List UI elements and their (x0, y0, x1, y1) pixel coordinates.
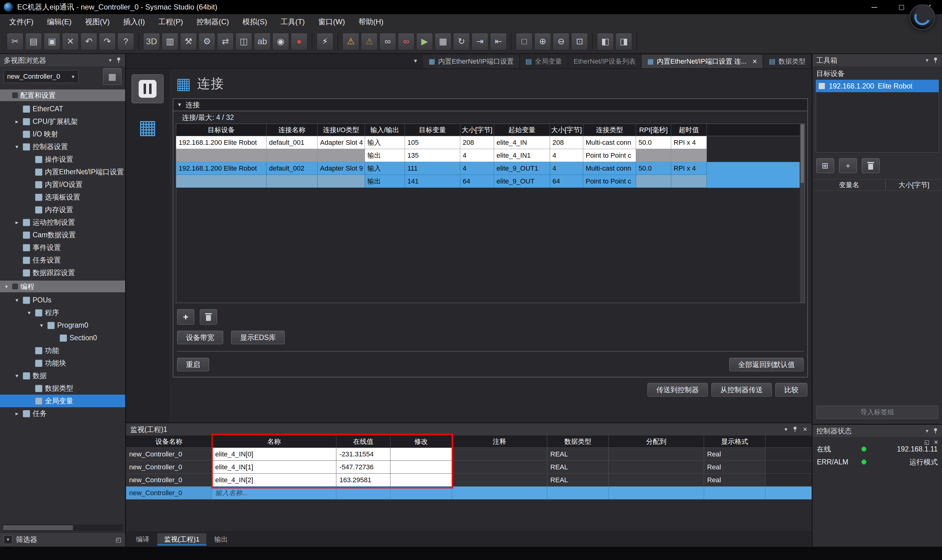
tree-expand-arrow[interactable]: ▼ (38, 323, 45, 328)
watch-column-header[interactable]: 分配到 (609, 435, 704, 448)
record-icon[interactable]: ● (291, 33, 308, 50)
variable-size-column-header[interactable]: 大小[字节] (886, 180, 942, 190)
tree-item-pous[interactable]: ▼ POUs (0, 294, 125, 306)
tree-expand-arrow[interactable]: ▼ (26, 310, 32, 315)
connection-row[interactable]: 192.168.1.200 Elite Robot default_001 Ad… (176, 136, 805, 149)
watch-cell-name[interactable]: elite_4_IN[2] (212, 474, 336, 486)
cell-origin-variable[interactable]: elite_9_OUT (494, 175, 550, 188)
connection-column-header[interactable]: RPI[毫秒] (636, 124, 671, 136)
cell-target-variable[interactable]: 111 (405, 162, 460, 175)
transfer-to-controller-button[interactable]: 传送到控制器 (648, 383, 708, 397)
cell-rpi[interactable]: 50.0 (636, 136, 671, 149)
warning-icon[interactable]: ⚠ (342, 33, 359, 50)
watch-row[interactable]: new_Controller_0 elite_4_IN[0] -231.3155… (126, 448, 812, 461)
tree-expand-arrow[interactable]: ▼ (14, 297, 20, 303)
watch-cell-modify[interactable] (391, 448, 452, 461)
menu-item[interactable]: 文件(F) (3, 14, 40, 29)
tab-close-icon[interactable]: ✕ (752, 58, 757, 65)
tree-item-option-board[interactable]: 选项板设置 (0, 191, 125, 203)
tree-item-event-settings[interactable]: 事件设置 (0, 241, 125, 254)
sync-icon[interactable]: ↻ (453, 33, 470, 50)
tree-item-builtin-ethernet-ip-port[interactable]: 内置EtherNet/IP端口设置 (0, 166, 125, 178)
cell-target-size[interactable]: 4 (460, 149, 494, 162)
cell-connection-type[interactable]: Point to Point c (583, 149, 636, 162)
simulation-icon[interactable]: ⚡ (317, 33, 333, 50)
watch-cell-modify[interactable] (391, 461, 452, 474)
cell-timeout[interactable]: RPI x 4 (671, 136, 707, 149)
tree-expand-arrow[interactable]: ▼ (14, 144, 20, 149)
cell-target-size[interactable]: 4 (460, 162, 494, 175)
watch-entry-row[interactable]: new_Controller_0 输入名称... (126, 486, 812, 500)
cell-connection-io-type[interactable] (318, 175, 365, 188)
restart-button[interactable]: 重启 (177, 358, 209, 371)
menu-item[interactable]: 编辑(E) (40, 14, 78, 29)
tree-item-program0[interactable]: ▼ Program0 (0, 319, 125, 332)
watch-cell-modify[interactable] (391, 474, 452, 486)
tree-item-data[interactable]: ▼ 数据 (0, 369, 125, 382)
cell-timeout[interactable]: RPI x 4 (671, 162, 707, 175)
pin-icon[interactable] (792, 426, 798, 432)
connection-nav-button[interactable]: ▦ (132, 112, 163, 142)
watch-cell-comment[interactable] (452, 461, 547, 474)
close-icon[interactable]: ✕ (934, 439, 938, 446)
cell-target-size[interactable]: 64 (460, 175, 494, 188)
register-device-button[interactable]: ⊞ (816, 158, 834, 173)
connection-column-header[interactable]: 超时值 (671, 124, 707, 136)
scrollbar-thumb[interactable] (800, 125, 804, 183)
menu-item[interactable]: 工程(P) (152, 14, 190, 29)
chevron-down-icon[interactable]: ▾ (109, 57, 112, 64)
tree-item-builtin-io[interactable]: 内置I/O设置 (0, 178, 125, 191)
connection-column-header[interactable]: 目标设备 (176, 124, 266, 136)
tree-expand-arrow[interactable]: ▼ (14, 373, 20, 378)
cell-rpi[interactable]: 50.0 (636, 162, 671, 175)
cell-connection-type[interactable]: Point to Point c (583, 175, 636, 188)
cell-connection-name[interactable]: default_002 (266, 162, 318, 175)
watch-cell-format[interactable]: Real (704, 474, 765, 486)
connection-section-header[interactable]: ▼ 连接 (173, 99, 807, 111)
variable-name-column-header[interactable]: 变量名 (813, 180, 886, 190)
tree-item-data-trace[interactable]: 数据跟踪设置 (0, 266, 125, 279)
device-bandwidth-button[interactable]: 设备带宽 (177, 331, 223, 344)
cell-target-device[interactable] (176, 175, 266, 188)
connection-column-header[interactable]: 连接类型 (583, 124, 636, 136)
tree-item-motion-control[interactable]: ► 运动控制设置 (0, 216, 125, 229)
cell-target-variable[interactable]: 105 (405, 136, 460, 149)
tree-item-data-types[interactable]: 数据类型 (0, 382, 125, 395)
monitor-stop-icon[interactable]: ∞ (398, 33, 414, 50)
cell-origin-size[interactable]: 208 (550, 136, 583, 149)
tab-builtin-ethernet-ip-port[interactable]: ▦ 内置EtherNet/IP端口设置 (423, 55, 520, 68)
tree-item-functions[interactable]: 功能 (0, 344, 125, 357)
controller-dropdown[interactable]: new_Controller_0 ▼ (4, 70, 79, 83)
connection-row[interactable]: 输出 141 64 elite_9_OUT 64 Point to Point … (176, 175, 805, 188)
menu-item[interactable]: 插入(I) (117, 14, 152, 29)
tree-expand-arrow[interactable]: ▼ (3, 284, 10, 289)
watch-cell-format[interactable]: Real (704, 461, 765, 474)
tree-item-io-map[interactable]: I/O 映射 (0, 128, 125, 140)
connection-column-header[interactable]: 连接I/O类型 (318, 124, 365, 136)
tree-item-memory-settings[interactable]: 内存设置 (0, 203, 125, 216)
scrollbar-thumb[interactable] (3, 525, 73, 530)
tree-item-ethercat[interactable]: EtherCAT (0, 103, 125, 115)
menu-item[interactable]: 模拟(S) (236, 14, 274, 29)
cell-connection-io-type[interactable] (318, 149, 365, 162)
builtin-port-nav-button[interactable] (132, 74, 163, 103)
tree-item-cam-data[interactable]: Cam数据设置 (0, 229, 125, 241)
cell-target-variable[interactable]: 135 (405, 149, 460, 162)
tab-data-types[interactable]: ▤ 数据类型 (763, 55, 812, 68)
table-vertical-scrollbar[interactable] (800, 124, 805, 303)
tree-item-tasks[interactable]: ► 任务 (0, 407, 125, 420)
bottom-tab-watch[interactable]: 监视(工程)1 (157, 533, 206, 546)
expand-icon[interactable]: ◱ (924, 439, 930, 446)
run-mode-icon[interactable]: ▶ (416, 33, 433, 50)
watch-name-input[interactable]: 输入名称... (212, 486, 336, 500)
cell-connection-name[interactable]: default_001 (266, 136, 318, 149)
cell-connection-name[interactable] (266, 149, 318, 162)
target-device-item[interactable]: 192.168.1.200 Elite Robot (816, 80, 939, 92)
menu-item[interactable]: 视图(V) (78, 14, 117, 29)
cut-icon[interactable]: ✂ (7, 33, 23, 50)
help-icon[interactable]: ? (117, 33, 134, 50)
variable-table-icon[interactable]: ab (254, 33, 271, 50)
cell-rpi[interactable] (636, 149, 671, 162)
expand-icon[interactable]: ◰ (115, 536, 122, 543)
connection-row[interactable]: 192.168.1.200 Elite Robot default_002 Ad… (176, 162, 805, 175)
